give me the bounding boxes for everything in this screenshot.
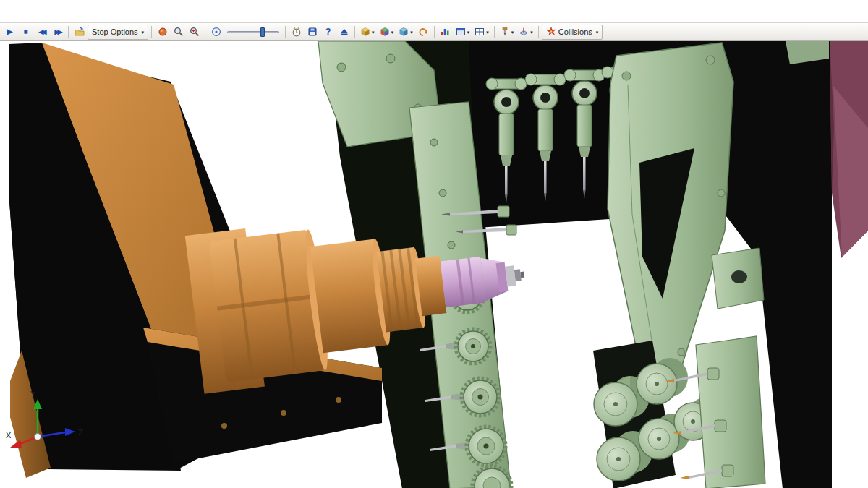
tool-drill-icon [500,27,510,37]
layout-button[interactable]: ▾ [472,25,491,40]
chevron-down-icon: ▾ [372,30,375,35]
zoom-cursor-icon [211,27,221,37]
chevron-down-icon: ▾ [467,30,470,35]
titlebar [0,0,868,22]
status-window-button[interactable]: ▾ [454,25,472,40]
play-icon: ▶ [7,28,13,35]
toolbar-separator [538,26,539,38]
section-button[interactable]: ▾ [516,25,535,40]
toolbar-separator [205,26,205,38]
program-review-button[interactable] [438,25,453,40]
toolbar-separator [285,26,286,38]
toolbar-separator [494,26,495,38]
folder-reset-icon [75,27,85,37]
collision-burst-icon [546,27,556,37]
axis-y-label: Y [30,390,36,398]
toolbar-separator [354,26,355,38]
axis-z-label: Z [78,428,83,437]
collisions-label: Collisions [558,27,592,36]
collisions-dropdown[interactable]: Collisions ▾ [542,25,603,40]
eject-icon [339,27,349,37]
eject-button[interactable] [336,25,352,40]
magnifier-icon [174,27,184,37]
alarm-clock-icon [292,27,302,37]
component-view-button[interactable]: ▾ [396,25,415,40]
fast-forward-button[interactable]: ▶▶ [50,25,65,40]
record-icon [158,27,168,37]
simulation-speed-slider[interactable] [227,27,279,38]
chevron-down-icon: ▾ [142,30,145,35]
simulation-toolbar: ▶ ■ ◀◀ ▶▶ Stop Options ▾ [0,22,868,41]
application-window: ▶ ■ ◀◀ ▶▶ Stop Options ▾ [0,0,868,488]
layout-grid-icon [475,27,485,37]
timer-button[interactable] [289,25,304,40]
fast-forward-icon: ▶▶ [55,29,61,35]
chevron-down-icon: ▾ [410,30,413,35]
axis-x-label: X [6,431,12,440]
save-button[interactable] [305,25,320,40]
toolbar-separator [68,26,69,38]
rewind-icon: ◀◀ [39,29,45,35]
model-view-button[interactable]: ▾ [358,25,377,40]
section-plane-icon [519,27,529,37]
viewport-3d[interactable]: X Y Z [0,41,868,488]
tool-manager-button[interactable]: ▾ [498,25,516,40]
chevron-down-icon: ▾ [486,30,489,35]
chevron-down-icon: ▾ [596,30,599,35]
stop-options-dropdown[interactable]: Stop Options ▾ [88,25,148,40]
stop-options-label: Stop Options [92,27,138,36]
chevron-down-icon: ▾ [530,30,533,35]
play-button[interactable]: ▶ [2,25,17,40]
zoom-in-out-button[interactable] [187,25,202,40]
yellow-cube-icon [360,27,370,37]
toolbar-separator [151,26,152,38]
reset-model-button[interactable] [72,25,87,40]
help-icon: ? [326,27,331,36]
orientation-view-button[interactable]: ▾ [378,25,396,40]
machine-simulation-svg: X Y Z [0,41,868,488]
help-button[interactable]: ? [320,25,336,40]
toolbar-separator [434,26,435,38]
zoom-window-button[interactable] [171,25,186,40]
bar-columns-icon [440,27,450,37]
chevron-down-icon: ▾ [391,30,394,35]
refresh-view-button[interactable] [416,25,431,40]
orange-arrow-icon [418,27,428,37]
rewind-button[interactable]: ◀◀ [34,25,49,40]
chevron-down-icon: ▾ [511,30,514,35]
status-window-icon [456,27,466,37]
blue-cube-icon [399,27,409,37]
stop-button[interactable]: ■ [18,25,33,40]
floppy-disk-icon [307,27,318,37]
zoom-cursor-button[interactable] [208,25,224,40]
rgb-cube-icon [380,27,390,37]
stop-icon: ■ [23,28,27,35]
record-button[interactable] [155,25,170,40]
magnifier-plus-icon [190,27,200,37]
